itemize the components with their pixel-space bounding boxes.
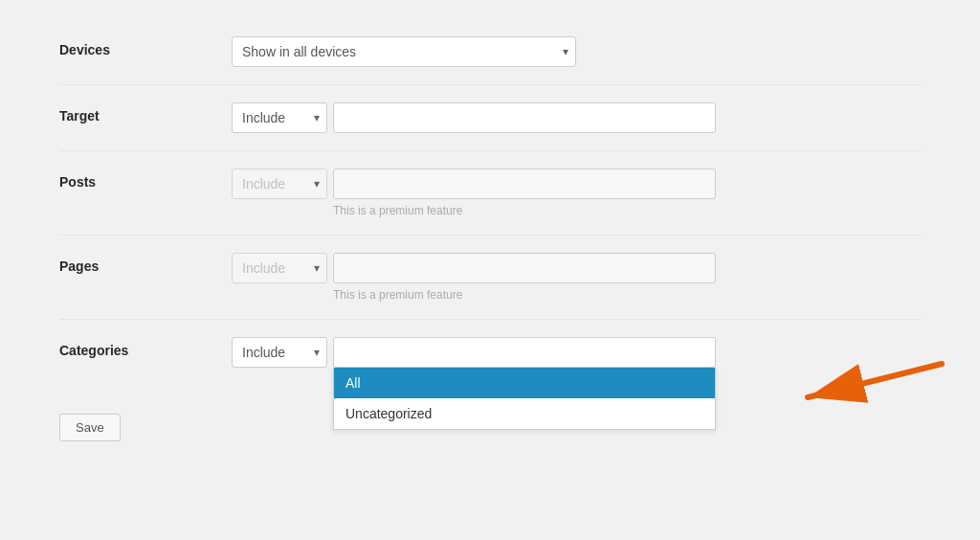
posts-text-input xyxy=(333,169,716,199)
posts-inputs: Include Exclude xyxy=(232,169,921,199)
categories-inputs: Include Exclude All Uncategorized xyxy=(232,337,921,368)
categories-row: Categories Include Exclude All Uncategor… xyxy=(59,319,921,385)
target-content: Include Exclude xyxy=(232,102,921,133)
posts-row: Posts Include Exclude This is a premium … xyxy=(59,150,921,235)
posts-label: Posts xyxy=(59,169,232,190)
devices-content: Show in all devices Desktop only Mobile … xyxy=(232,36,921,67)
devices-row: Devices Show in all devices Desktop only… xyxy=(59,19,921,84)
devices-select-wrapper[interactable]: Show in all devices Desktop only Mobile … xyxy=(232,36,576,67)
target-inputs: Include Exclude xyxy=(232,102,921,133)
categories-text-input[interactable] xyxy=(333,337,716,368)
categories-label: Categories xyxy=(59,337,232,358)
categories-content: Include Exclude All Uncategorized xyxy=(232,337,921,368)
pages-row: Pages Include Exclude This is a premium … xyxy=(59,235,921,319)
categories-include-select[interactable]: Include Exclude xyxy=(232,337,327,368)
target-text-input[interactable] xyxy=(333,102,716,133)
posts-content: Include Exclude This is a premium featur… xyxy=(232,169,921,217)
pages-premium-note: This is a premium feature xyxy=(333,288,921,302)
pages-label: Pages xyxy=(59,253,232,274)
pages-content: Include Exclude This is a premium featur… xyxy=(232,253,921,302)
devices-select[interactable]: Show in all devices Desktop only Mobile … xyxy=(232,36,576,67)
save-button[interactable]: Save xyxy=(59,414,121,441)
posts-include-wrapper[interactable]: Include Exclude xyxy=(232,169,327,199)
categories-dropdown: All Uncategorized xyxy=(333,368,716,430)
pages-include-wrapper[interactable]: Include Exclude xyxy=(232,253,327,283)
settings-form: Devices Show in all devices Desktop only… xyxy=(59,19,921,441)
target-include-select[interactable]: Include Exclude xyxy=(232,102,327,133)
categories-option-all[interactable]: All xyxy=(334,368,715,398)
posts-premium-note: This is a premium feature xyxy=(333,204,921,217)
pages-include-select[interactable]: Include Exclude xyxy=(232,253,327,283)
pages-inputs: Include Exclude xyxy=(232,253,921,283)
categories-include-wrapper[interactable]: Include Exclude xyxy=(232,337,327,368)
categories-option-uncategorized[interactable]: Uncategorized xyxy=(334,398,715,429)
target-include-wrapper[interactable]: Include Exclude xyxy=(232,102,327,133)
devices-label: Devices xyxy=(59,36,232,57)
posts-include-select[interactable]: Include Exclude xyxy=(232,169,327,199)
devices-inputs: Show in all devices Desktop only Mobile … xyxy=(232,36,921,67)
target-label: Target xyxy=(59,102,232,124)
target-row: Target Include Exclude xyxy=(59,84,921,150)
pages-text-input xyxy=(333,253,716,283)
